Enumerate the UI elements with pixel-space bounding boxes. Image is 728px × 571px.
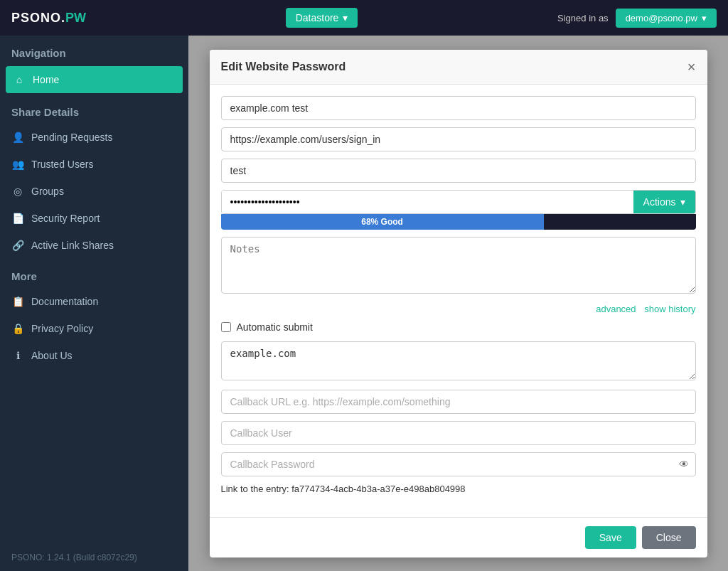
password-row: Actions — [221, 190, 696, 214]
groups-label: Groups — [31, 186, 64, 197]
privacy-policy-label: Privacy Policy — [31, 323, 93, 334]
home-label: Home — [33, 74, 59, 85]
strength-bar: 68% Good — [221, 214, 696, 230]
doc-icon: 📋 — [11, 295, 24, 308]
strength-label: 68% Good — [361, 217, 403, 227]
url-input[interactable] — [221, 127, 696, 151]
main-layout: Navigation ⌂ Home Share Details 👤 Pendin… — [0, 36, 728, 571]
groups-icon: ◎ — [11, 185, 24, 198]
modal-body: Actions 68% Good advanced — [210, 85, 707, 517]
sidebar-item-documentation[interactable]: 📋 Documentation — [0, 288, 188, 315]
notes-textarea[interactable] — [221, 237, 696, 294]
advanced-links: advanced show history — [221, 303, 696, 314]
logo: PSONO. PW — [11, 11, 86, 26]
trusted-users-label: Trusted Users — [31, 159, 93, 170]
actions-button[interactable]: Actions — [633, 191, 695, 213]
logo-psono: PSONO. — [11, 11, 65, 26]
document-icon: 📄 — [11, 212, 24, 225]
edit-password-modal: Edit Website Password × Actions — [210, 50, 707, 557]
entry-link: Link to the entry: fa774734-4acb-4b3a-a3… — [221, 484, 696, 494]
active-link-shares-label: Active Link Shares — [31, 240, 114, 251]
password-input[interactable] — [222, 191, 633, 213]
strength-filled: 68% Good — [221, 214, 544, 230]
callback-user-input[interactable] — [221, 421, 696, 445]
shield-icon: 🔒 — [11, 322, 24, 335]
sidebar-item-groups[interactable]: ◎ Groups — [0, 178, 188, 205]
modal-title: Edit Website Password — [221, 60, 346, 73]
signed-in-label: Signed in as — [557, 13, 609, 23]
sidebar-item-security-report[interactable]: 📄 Security Report — [0, 205, 188, 232]
name-input[interactable] — [221, 96, 696, 120]
auto-submit-row: Automatic submit — [221, 321, 696, 333]
modal-header: Edit Website Password × — [210, 50, 707, 85]
about-us-label: About Us — [31, 350, 73, 361]
modal-close-button[interactable]: × — [687, 60, 696, 74]
sidebar-item-active-link-shares[interactable]: 🔗 Active Link Shares — [0, 232, 188, 259]
sidebar-footer: PSONO: 1.24.1 (Build c8072c29) — [0, 544, 188, 571]
topbar: PSONO. PW Datastore Signed in as demo@ps… — [0, 0, 728, 36]
logo-pw: PW — [65, 11, 86, 26]
modal-footer: Save Close — [210, 517, 707, 557]
more-title: More — [0, 259, 188, 288]
callback-url-input[interactable] — [221, 390, 696, 414]
person-check-icon: 👥 — [11, 158, 24, 171]
documentation-label: Documentation — [31, 296, 98, 307]
sidebar-item-about-us[interactable]: ℹ About Us — [0, 342, 188, 369]
sidebar-item-trusted-users[interactable]: 👥 Trusted Users — [0, 151, 188, 178]
show-password-icon[interactable]: 👁 — [679, 459, 689, 470]
info-icon: ℹ — [11, 349, 24, 362]
sidebar: Navigation ⌂ Home Share Details 👤 Pendin… — [0, 36, 188, 571]
close-button[interactable]: Close — [642, 526, 696, 549]
share-details-title: Share Details — [0, 95, 188, 124]
sidebar-item-home[interactable]: ⌂ Home — [6, 66, 183, 93]
content: Edit Website Password × Actions — [188, 36, 728, 571]
strength-empty — [544, 214, 696, 230]
save-button[interactable]: Save — [585, 526, 636, 549]
sidebar-nav: Navigation ⌂ Home Share Details 👤 Pendin… — [0, 36, 188, 369]
advanced-link[interactable]: advanced — [596, 304, 636, 314]
modal-overlay: Edit Website Password × Actions — [188, 36, 728, 571]
sidebar-item-privacy-policy[interactable]: 🔒 Privacy Policy — [0, 315, 188, 342]
navigation-title: Navigation — [0, 36, 188, 65]
datastore-button[interactable]: Datastore — [286, 8, 358, 28]
show-history-link[interactable]: show history — [644, 304, 695, 314]
username-input[interactable] — [221, 159, 696, 183]
url-filter-textarea[interactable] — [221, 341, 696, 380]
link-icon: 🔗 — [11, 239, 24, 252]
callback-password-input[interactable] — [221, 452, 696, 476]
user-menu-button[interactable]: demo@psono.pw — [616, 9, 717, 28]
auto-submit-label: Automatic submit — [237, 321, 313, 333]
callback-password-row: 👁 — [221, 452, 696, 476]
pending-requests-label: Pending Requests — [31, 132, 112, 143]
security-report-label: Security Report — [31, 213, 100, 224]
person-icon: 👤 — [11, 131, 24, 144]
auto-submit-checkbox[interactable] — [221, 322, 231, 332]
sidebar-item-pending-requests[interactable]: 👤 Pending Requests — [0, 124, 188, 151]
home-icon: ⌂ — [13, 73, 26, 86]
topbar-right: Signed in as demo@psono.pw — [557, 9, 717, 28]
